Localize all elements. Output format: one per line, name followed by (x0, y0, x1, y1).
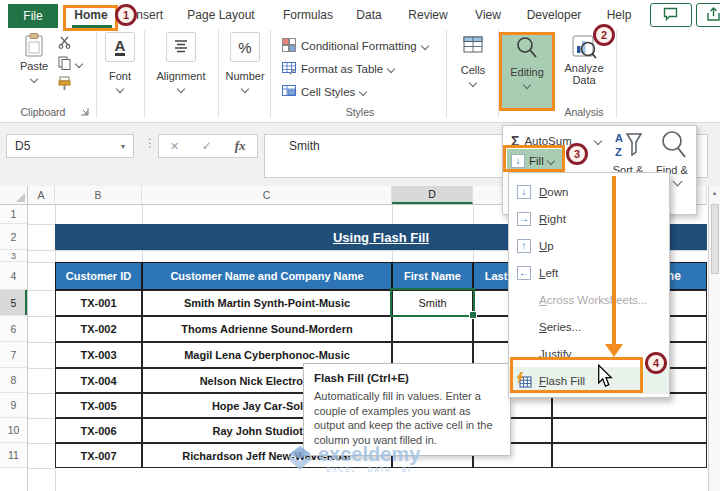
gridline (28, 316, 55, 317)
analysis-group-label: Analysis (556, 106, 612, 118)
cell-f11[interactable] (552, 443, 707, 468)
cell-styles-button[interactable]: Cell Styles (282, 84, 366, 100)
copy-icon (58, 60, 71, 72)
enter-icon[interactable]: ✓ (202, 139, 212, 153)
name-box[interactable]: D5 ▾ (6, 134, 134, 158)
cancel-icon[interactable]: × (170, 138, 178, 154)
gridline (28, 342, 55, 343)
fill-right-icon (517, 212, 531, 226)
alignment-group-button[interactable]: Alignment (148, 32, 214, 94)
column-header-b[interactable]: B (55, 186, 142, 204)
clipboard-group-label: Clipboard (10, 106, 76, 118)
insert-function-icon[interactable]: fx (235, 138, 246, 154)
cell-d6[interactable] (392, 316, 473, 342)
chevron-down-icon (387, 65, 395, 73)
cell-b9[interactable]: TX-005 (55, 393, 142, 418)
cell-b7[interactable]: TX-003 (55, 342, 142, 368)
menu-item-label: Left (539, 267, 558, 279)
column-header-c[interactable]: C (142, 186, 392, 204)
copy-button[interactable] (58, 56, 71, 72)
fill-left-icon (517, 266, 531, 280)
cell-b10[interactable]: TX-006 (55, 418, 142, 443)
select-all-corner[interactable] (0, 186, 28, 205)
comment-button[interactable] (650, 3, 692, 27)
table-header-customer-name[interactable]: Customer Name and Company Name (142, 262, 392, 290)
scissors-icon (58, 39, 71, 51)
share-button[interactable] (696, 3, 720, 27)
format-as-table-button[interactable]: Format as Table (282, 61, 394, 77)
column-header-d[interactable]: D (392, 186, 473, 204)
tooltip-body: Automatically fill in values. Enter a co… (314, 389, 500, 448)
svg-text:A: A (615, 132, 623, 144)
table-header-customer-id[interactable]: Customer ID (55, 262, 142, 290)
find-select-button[interactable]: Find & (651, 128, 693, 176)
column-header-a[interactable]: A (28, 186, 55, 204)
name-box-dropdown-icon[interactable]: ▾ (121, 142, 125, 151)
scrollbar-thumb[interactable] (711, 204, 719, 274)
scroll-up-icon[interactable]: ▴ (709, 186, 720, 200)
cell-c6[interactable]: Thoms Adrienne Sound-Mordern (142, 316, 392, 342)
cell-b11[interactable]: TX-007 (55, 443, 142, 468)
font-group-button[interactable]: A Font (98, 32, 142, 94)
tab-developer[interactable]: Developer (518, 8, 590, 22)
tab-view[interactable]: View (466, 8, 510, 22)
row-header-5[interactable]: 5 (0, 290, 27, 316)
sort-filter-icon: AZ (613, 152, 643, 164)
table-header-first-name[interactable]: First Name (392, 262, 473, 290)
tooltip-title: Flash Fill (Ctrl+E) (314, 372, 500, 384)
sort-filter-button[interactable]: AZ Sort & (607, 130, 649, 176)
watermark-brand: exceldemy (318, 444, 420, 464)
row-header-3[interactable]: 3 (0, 250, 27, 262)
cell-c5[interactable]: Smith Martin Synth-Point-Music (142, 290, 392, 316)
format-painter-button[interactable] (58, 76, 71, 93)
svg-text:Z: Z (615, 146, 622, 158)
analyze-data-icon (571, 50, 597, 62)
tab-page-layout[interactable]: Page Layout (178, 8, 264, 22)
cells-icon (462, 46, 484, 58)
cut-button[interactable] (58, 36, 71, 51)
row-header-1[interactable]: 1 (0, 205, 27, 224)
cell-styles-icon (282, 84, 296, 100)
tab-help[interactable]: Help (598, 8, 640, 22)
menu-item-left[interactable]: Left (509, 259, 669, 286)
tab-formulas[interactable]: Formulas (276, 8, 340, 22)
name-box-value: D5 (15, 139, 30, 153)
watermark-logo-icon (288, 445, 312, 473)
tab-review[interactable]: Review (400, 8, 456, 22)
clipboard-dialog-launcher[interactable] (80, 106, 89, 118)
menu-item-right[interactable]: Right (509, 205, 669, 232)
annotation-arrow-head (605, 344, 623, 357)
cells-group-button[interactable]: Cells (450, 34, 496, 88)
row-header-4[interactable]: 4 (0, 262, 27, 290)
tab-file[interactable]: File (8, 4, 58, 28)
row-header-8[interactable]: 8 (0, 368, 27, 393)
group-separator (144, 30, 145, 118)
cell-f10[interactable] (552, 418, 707, 443)
step2-highlight-box (499, 32, 555, 111)
styles-group-label: Styles (274, 106, 446, 118)
fill-handle[interactable] (469, 311, 477, 319)
row-header-11[interactable]: 11 (0, 443, 27, 468)
chevron-down-icon (177, 85, 185, 93)
alignment-icon (172, 39, 190, 55)
paste-button[interactable]: Paste (14, 32, 54, 102)
font-icon: A (115, 38, 126, 56)
tab-data[interactable]: Data (348, 8, 390, 22)
number-group-button[interactable]: % Number (222, 32, 268, 94)
active-cell-selection[interactable] (390, 288, 475, 317)
vertical-scrollbar[interactable]: ▴ (708, 186, 720, 491)
row-header-9[interactable]: 9 (0, 393, 27, 418)
menu-item-down[interactable]: Down (509, 178, 669, 205)
row-header-6[interactable]: 6 (0, 316, 27, 342)
menu-item-series[interactable]: Series... (509, 313, 669, 340)
menu-item-label: Right (539, 213, 566, 225)
cell-b6[interactable]: TX-002 (55, 316, 142, 342)
cell-b5[interactable]: TX-001 (55, 290, 142, 316)
row-header-2[interactable]: 2 (0, 224, 27, 250)
menu-item-up[interactable]: Up (509, 232, 669, 259)
conditional-formatting-button[interactable]: Conditional Formatting (282, 38, 428, 54)
gutter-border (27, 468, 28, 491)
row-header-10[interactable]: 10 (0, 418, 27, 443)
row-header-7[interactable]: 7 (0, 342, 27, 368)
cell-b8[interactable]: TX-004 (55, 368, 142, 393)
